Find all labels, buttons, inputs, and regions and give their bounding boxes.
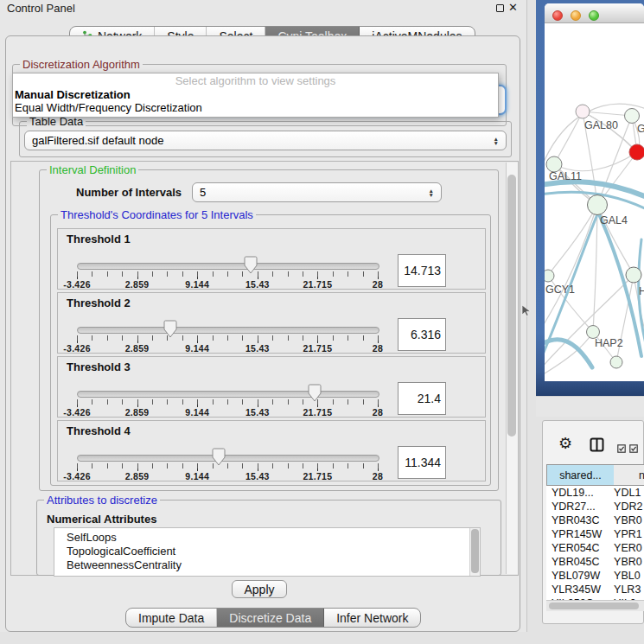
slider-thumb[interactable] [163, 320, 177, 342]
cell-shared-name[interactable]: YDL19... [546, 486, 610, 500]
cell-shared-name[interactable]: YER054C [546, 541, 610, 555]
node-label-clipped: H [639, 285, 644, 297]
network-canvas[interactable]: GAL80 GA GAL11 GAL4 GCY1 H HAP2 [545, 23, 644, 381]
tab-impute-data[interactable]: Impute Data [126, 609, 217, 627]
tick-label: 28 [373, 279, 383, 290]
table-row[interactable]: YBL079WYBL0 [546, 569, 644, 583]
checkbox-icon[interactable] [629, 441, 638, 456]
threshold-value-field[interactable]: 11.344 [398, 446, 446, 479]
list-item[interactable]: TopologicalCoefficient [54, 545, 480, 558]
tab-discretize-data[interactable]: Discretize Data [217, 609, 324, 627]
tick-label: 28 [373, 407, 383, 418]
node-right[interactable] [626, 267, 641, 283]
threshold-value-field[interactable]: 6.316 [398, 318, 446, 351]
tick-label: 2.859 [125, 407, 150, 418]
column-header-shared-name[interactable]: shared... [546, 464, 615, 486]
stepper-arrows-icon: ▲▼ [429, 188, 434, 197]
dropdown-placeholder-option[interactable]: Select algorithm to view settings [13, 73, 498, 88]
cell-name[interactable]: YDR2 [610, 500, 644, 513]
threshold-value-field[interactable]: 14.713 [398, 254, 446, 287]
float-window-icon[interactable] [496, 4, 504, 12]
threshold-value-field[interactable]: 21.4 [398, 382, 446, 415]
node-label-gal11: GAL11 [549, 170, 582, 182]
column-header-name[interactable]: n [614, 464, 644, 486]
cell-name[interactable]: YBR0 [610, 513, 644, 527]
slider-track[interactable] [77, 455, 379, 462]
tick-labels: -3.426 2.859 9.144 15.43 21.715 28 [77, 343, 378, 353]
table-row[interactable]: YBR043CYBR0 [546, 513, 644, 527]
cell-shared-name[interactable]: YDR27... [546, 500, 610, 513]
close-icon[interactable]: ✕ [508, 1, 518, 14]
number-of-intervals-label: Number of Intervals [76, 186, 182, 199]
cell-name[interactable]: YBR0 [610, 555, 644, 569]
tick-marks [77, 335, 379, 341]
table-row[interactable]: YDR27...YDR2 [546, 500, 644, 513]
network-window-titlebar[interactable] [545, 3, 644, 23]
table-panel-header[interactable]: Table Panel [536, 396, 644, 417]
cell-name[interactable]: YDL1 [610, 486, 644, 500]
gear-icon[interactable]: ⚙ [558, 436, 572, 451]
checkbox-icon[interactable] [617, 441, 626, 456]
vertical-scrollbar-thumb[interactable] [507, 175, 516, 437]
cell-shared-name[interactable]: YBR045C [546, 555, 610, 569]
node-label-gal80: GAL80 [584, 119, 618, 131]
table-row[interactable]: YBR045CYBR0 [546, 555, 644, 569]
cell-shared-name[interactable]: YBL079W [546, 569, 610, 583]
apply-button[interactable]: Apply [232, 580, 287, 598]
table-row[interactable]: YDL19...YDL1 [546, 486, 644, 500]
tick-label: 28 [373, 343, 383, 354]
threshold-slider[interactable]: -3.426 2.859 9.144 15.43 21.715 28 [77, 229, 378, 290]
list-item[interactable]: BetweennessCentrality [54, 558, 480, 572]
threshold-4-row: Threshold 4 -3.426 2.859 9.144 15.43 21.… [57, 420, 486, 481]
cell-name[interactable]: YPR1 [610, 527, 644, 541]
control-panel-titlebar[interactable]: Control Panel ✕ [0, 0, 527, 16]
cell-name[interactable]: YLR3 [610, 583, 644, 596]
table-row[interactable]: YER054CYER0 [546, 541, 644, 555]
column-layout-icon[interactable] [590, 437, 604, 456]
node-red-selected[interactable] [629, 144, 644, 160]
cell-shared-name[interactable]: YLR345W [546, 583, 610, 596]
slider-thumb[interactable] [308, 384, 322, 406]
dropdown-option-equal-width[interactable]: Equal Width/Frequency Discretization [13, 101, 498, 114]
numerical-attributes-list[interactable]: SelfLoops TopologicalCoefficient Between… [54, 527, 481, 577]
table-row[interactable]: YLR345WYLR3 [546, 583, 644, 596]
dropdown-option-manual-discretization[interactable]: Manual Discretization [13, 88, 498, 101]
threshold-slider[interactable]: -3.426 2.859 9.144 15.43 21.715 28 [77, 421, 378, 482]
threshold-slider[interactable]: -3.426 2.859 9.144 15.43 21.715 28 [77, 293, 378, 354]
number-of-intervals-combobox[interactable]: 5 ▲▼ [192, 182, 442, 202]
node-gal80[interactable] [576, 105, 590, 118]
tick-labels: -3.426 2.859 9.144 15.43 21.715 28 [77, 407, 378, 417]
slider-track[interactable] [77, 327, 379, 334]
mouse-cursor [522, 304, 531, 320]
slider-thumb[interactable] [212, 448, 226, 470]
tab-label: Infer Network [336, 611, 408, 625]
node-bottom[interactable] [610, 356, 622, 368]
cell-shared-name[interactable]: YBR043C [546, 513, 610, 527]
close-traffic-light-icon[interactable] [552, 10, 563, 21]
attributes-scrollbar-thumb[interactable] [471, 529, 479, 573]
node-gcy1[interactable] [545, 270, 554, 282]
minimize-traffic-light-icon[interactable] [571, 10, 581, 21]
group-title: Attributes to discretize [44, 494, 160, 507]
node-top-right[interactable] [625, 109, 640, 124]
cell-name[interactable]: YBL0 [610, 569, 644, 583]
slider-track[interactable] [77, 391, 379, 398]
tick-label: 15.43 [245, 407, 270, 418]
tab-infer-network[interactable]: Infer Network [324, 609, 420, 627]
cell-shared-name[interactable]: YPR145W [546, 527, 610, 541]
list-item[interactable]: SelfLoops [54, 531, 480, 545]
tick-label: -3.426 [63, 343, 91, 354]
algorithm-dropdown-popup: Select algorithm to view settings Manual… [12, 73, 499, 118]
threshold-slider[interactable]: -3.426 2.859 9.144 15.43 21.715 28 [77, 357, 378, 418]
cell-name[interactable]: YER0 [610, 541, 644, 555]
slider-track[interactable] [77, 263, 379, 270]
horizontal-scrollbar-thumb[interactable] [549, 603, 639, 609]
zoom-traffic-light-icon[interactable] [589, 10, 599, 21]
tick-label: 21.715 [303, 279, 332, 290]
group-title: Interval Definition [47, 163, 138, 176]
slider-thumb[interactable] [244, 256, 258, 278]
tick-label: 21.715 [303, 471, 332, 481]
node-gal4[interactable] [588, 195, 608, 215]
table-row[interactable]: YPR145WYPR1 [546, 527, 644, 541]
table-rows: YDL19...YDL1 YDR27...YDR2 YBR043CYBR0 YP… [546, 486, 644, 600]
